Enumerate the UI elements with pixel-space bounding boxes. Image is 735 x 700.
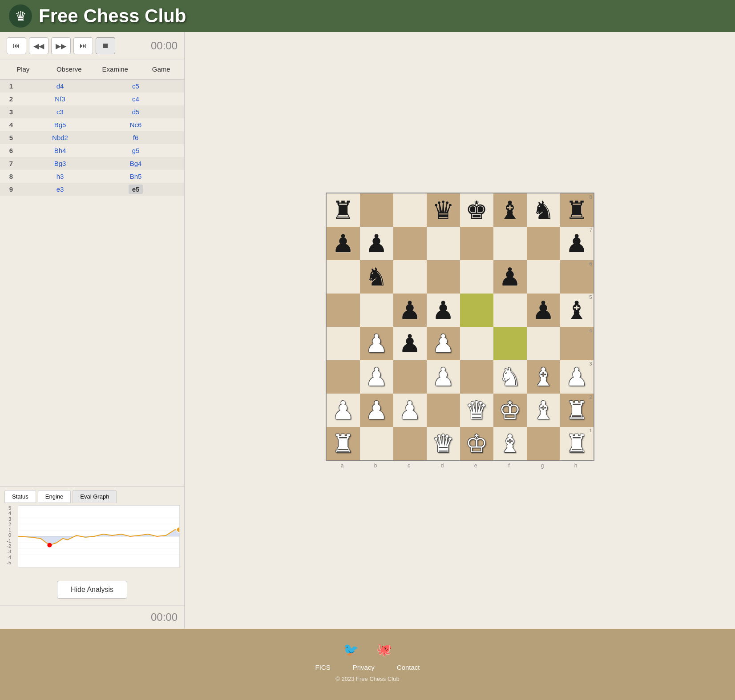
- chess-cell-c3[interactable]: [393, 360, 427, 394]
- footer-link-fics[interactable]: FICS: [315, 664, 330, 671]
- chess-cell-a6[interactable]: [327, 260, 360, 294]
- chess-cell-e7[interactable]: [460, 227, 493, 260]
- move-black[interactable]: Bg4: [98, 160, 174, 167]
- chess-cell-e3[interactable]: [460, 360, 493, 394]
- move-black[interactable]: g5: [98, 147, 174, 154]
- move-black[interactable]: f6: [98, 134, 174, 141]
- move-white[interactable]: Bh4: [22, 147, 98, 154]
- footer-link-privacy[interactable]: Privacy: [353, 664, 375, 671]
- tab-game[interactable]: Game: [138, 60, 185, 79]
- chess-cell-a5[interactable]: [327, 294, 360, 327]
- hide-analysis-button[interactable]: Hide Analysis: [57, 581, 127, 599]
- chess-cell-c1[interactable]: [393, 427, 427, 460]
- chess-cell-f2[interactable]: ♔: [493, 394, 527, 427]
- chess-cell-f4[interactable]: [493, 327, 527, 360]
- chess-cell-f8[interactable]: ♝: [493, 193, 527, 227]
- chess-cell-f3[interactable]: ♞: [493, 360, 527, 394]
- chess-cell-h4[interactable]: 4: [560, 327, 594, 360]
- engine-tab[interactable]: Engine: [38, 490, 71, 503]
- chess-cell-h3[interactable]: 3♟: [560, 360, 594, 394]
- chess-cell-a7[interactable]: ♟: [327, 227, 360, 260]
- chess-cell-b1[interactable]: [360, 427, 393, 460]
- move-white[interactable]: h3: [22, 173, 98, 180]
- chess-cell-b5[interactable]: [360, 294, 393, 327]
- move-white[interactable]: Bg5: [22, 121, 98, 129]
- chess-cell-b6[interactable]: ♞: [360, 260, 393, 294]
- chess-cell-e5[interactable]: [460, 294, 493, 327]
- tab-examine[interactable]: Examine: [92, 60, 138, 79]
- chess-cell-a4[interactable]: [327, 327, 360, 360]
- move-black[interactable]: c4: [98, 95, 174, 103]
- stop-button[interactable]: ⏹: [96, 37, 115, 54]
- move-black[interactable]: e5: [98, 185, 174, 193]
- move-black[interactable]: d5: [98, 108, 174, 116]
- chess-cell-e1[interactable]: ♔: [460, 427, 493, 460]
- chess-cell-h2[interactable]: 2♜: [560, 394, 594, 427]
- chess-cell-g3[interactable]: ♝: [527, 360, 560, 394]
- chess-cell-f1[interactable]: ♝: [493, 427, 527, 460]
- chess-cell-d5[interactable]: ♟: [427, 294, 460, 327]
- chess-cell-d2[interactable]: [427, 394, 460, 427]
- chess-cell-e4[interactable]: [460, 327, 493, 360]
- chess-cell-c2[interactable]: ♟: [393, 394, 427, 427]
- eval-graph-tab[interactable]: Eval Graph: [73, 490, 117, 503]
- chess-cell-b7[interactable]: ♟: [360, 227, 393, 260]
- chess-cell-c7[interactable]: [393, 227, 427, 260]
- chess-cell-h8[interactable]: 8♜: [560, 193, 594, 227]
- chess-cell-b4[interactable]: ♟: [360, 327, 393, 360]
- chess-cell-f6[interactable]: ♟: [493, 260, 527, 294]
- chess-cell-c6[interactable]: [393, 260, 427, 294]
- chess-cell-e8[interactable]: ♚: [460, 193, 493, 227]
- chess-cell-b8[interactable]: [360, 193, 393, 227]
- twitter-icon[interactable]: 🐦: [343, 642, 359, 657]
- first-move-button[interactable]: ⏮: [7, 37, 26, 54]
- chess-cell-c8[interactable]: [393, 193, 427, 227]
- chess-cell-g4[interactable]: [527, 327, 560, 360]
- chess-cell-h1[interactable]: 1♜: [560, 427, 594, 460]
- chess-cell-e2[interactable]: ♛: [460, 394, 493, 427]
- chess-cell-c5[interactable]: ♟: [393, 294, 427, 327]
- chess-cell-a8[interactable]: ♜: [327, 193, 360, 227]
- move-white[interactable]: e3: [22, 185, 98, 193]
- chess-cell-b2[interactable]: ♟: [360, 394, 393, 427]
- move-black[interactable]: c5: [98, 82, 174, 90]
- move-white[interactable]: Nbd2: [22, 134, 98, 141]
- chess-cell-d7[interactable]: [427, 227, 460, 260]
- move-white[interactable]: Bg3: [22, 160, 98, 167]
- chess-cell-f5[interactable]: [493, 294, 527, 327]
- chess-cell-a1[interactable]: ♜: [327, 427, 360, 460]
- chess-cell-d6[interactable]: [427, 260, 460, 294]
- prev-move-button[interactable]: ◀◀: [29, 37, 48, 54]
- chess-cell-h6[interactable]: 6: [560, 260, 594, 294]
- chess-cell-a3[interactable]: [327, 360, 360, 394]
- chess-cell-g5[interactable]: ♟: [527, 294, 560, 327]
- chess-cell-g8[interactable]: ♞: [527, 193, 560, 227]
- chess-cell-b3[interactable]: ♟: [360, 360, 393, 394]
- move-black[interactable]: Bh5: [98, 173, 174, 180]
- tab-observe[interactable]: Observe: [46, 60, 93, 79]
- chess-cell-d4[interactable]: ♟: [427, 327, 460, 360]
- move-black[interactable]: Nc6: [98, 121, 174, 129]
- chess-cell-c4[interactable]: ♟: [393, 327, 427, 360]
- github-icon[interactable]: 🐙: [376, 642, 392, 657]
- footer-link-contact[interactable]: Contact: [397, 664, 420, 671]
- chess-cell-f7[interactable]: [493, 227, 527, 260]
- chess-cell-d3[interactable]: ♟: [427, 360, 460, 394]
- move-white[interactable]: Nf3: [22, 95, 98, 103]
- chess-cell-g2[interactable]: ♝: [527, 394, 560, 427]
- chess-cell-g6[interactable]: [527, 260, 560, 294]
- status-tab[interactable]: Status: [4, 490, 36, 503]
- chess-cell-g1[interactable]: [527, 427, 560, 460]
- chess-cell-d1[interactable]: ♛: [427, 427, 460, 460]
- chess-cell-a2[interactable]: ♟: [327, 394, 360, 427]
- next-move-button[interactable]: ▶▶: [51, 37, 71, 54]
- last-move-button[interactable]: ⏭: [73, 37, 93, 54]
- move-white[interactable]: d4: [22, 82, 98, 90]
- tab-play[interactable]: Play: [0, 60, 46, 79]
- move-white[interactable]: c3: [22, 108, 98, 116]
- chess-cell-d8[interactable]: ♛: [427, 193, 460, 227]
- chess-cell-h5[interactable]: 5♝: [560, 294, 594, 327]
- chess-cell-g7[interactable]: [527, 227, 560, 260]
- chess-cell-h7[interactable]: 7♟: [560, 227, 594, 260]
- chess-cell-e6[interactable]: [460, 260, 493, 294]
